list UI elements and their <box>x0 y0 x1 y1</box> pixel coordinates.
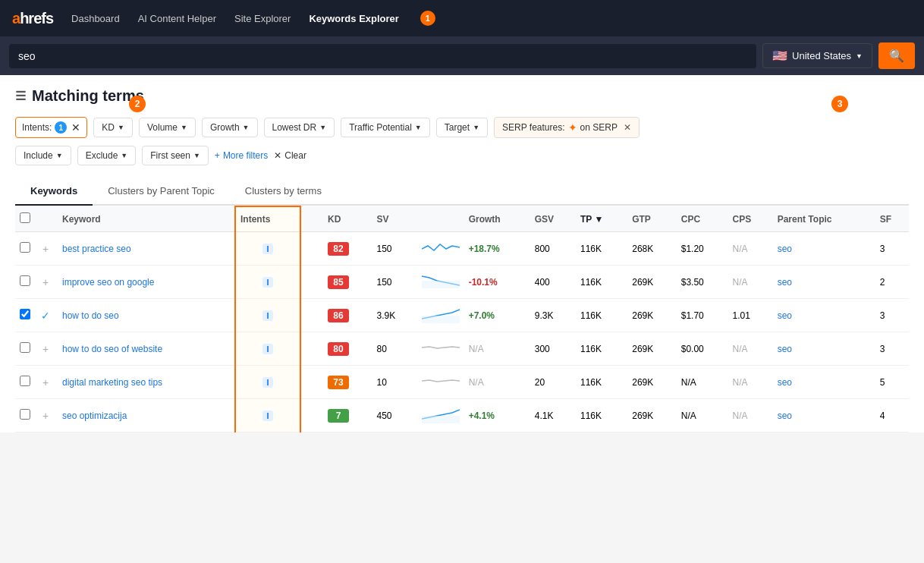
kd-badge: 73 <box>328 376 349 389</box>
add-icon[interactable]: + <box>39 410 52 422</box>
col-cpc: CPC <box>677 206 728 232</box>
col-tp[interactable]: TP ▼ <box>576 206 627 232</box>
col-gsv: GSV <box>530 206 576 232</box>
keyword-link[interactable]: digital marketing seo tips <box>62 377 162 388</box>
add-icon[interactable]: + <box>39 343 52 355</box>
parent-topic-link[interactable]: seo <box>778 244 792 254</box>
intents-clear-icon[interactable]: ✕ <box>71 121 80 134</box>
more-filters-button[interactable]: + More filters <box>215 150 268 161</box>
sv-value: 3.9K <box>372 299 417 332</box>
cps-value: N/A <box>728 232 773 266</box>
parent-topic-link[interactable]: seo <box>778 377 792 388</box>
tp-value: 116K <box>576 399 627 432</box>
parent-topic-link[interactable]: seo <box>778 277 792 288</box>
cpc-value: N/A <box>677 366 728 399</box>
keyword-link[interactable]: how to do seo of website <box>62 344 162 354</box>
row-checkbox[interactable] <box>20 376 30 386</box>
sv-value: 450 <box>372 399 417 432</box>
serp-features-filter-button[interactable]: SERP features: ✦ on SERP ✕ <box>494 117 640 138</box>
growth-value: -10.1% <box>464 266 530 299</box>
keyword-link[interactable]: best practice seo <box>62 244 131 254</box>
nav-keywords-explorer[interactable]: Keywords Explorer <box>309 13 399 24</box>
intents-filter-button[interactable]: Intents: 1 ✕ <box>15 117 87 138</box>
lowest-dr-filter-button[interactable]: Lowest DR ▼ <box>264 118 335 137</box>
sf-value: 3 <box>875 232 909 266</box>
growth-chevron-icon: ▼ <box>243 124 250 131</box>
parent-topic-link[interactable]: seo <box>778 410 792 421</box>
add-icon[interactable]: + <box>39 243 52 255</box>
top-navigation: ahrefs Dashboard AI Content Helper Site … <box>0 0 924 36</box>
check-icon[interactable]: ✓ <box>39 310 52 322</box>
gsv-value: 300 <box>530 332 576 366</box>
kd-badge: 82 <box>328 242 349 256</box>
include-chevron-icon: ▼ <box>56 152 63 159</box>
gtp-value: 268K <box>627 232 677 266</box>
row-checkbox[interactable] <box>20 242 30 253</box>
tab-clusters-by-terms[interactable]: Clusters by terms <box>230 178 337 206</box>
col-gtp: GTP <box>627 206 677 232</box>
keyword-link[interactable]: seo optimizacija <box>62 410 127 421</box>
volume-filter-button[interactable]: Volume ▼ <box>139 118 196 137</box>
select-all-checkbox[interactable] <box>20 212 30 223</box>
country-label: United States <box>792 50 851 61</box>
keyword-link[interactable]: improve seo on google <box>62 277 154 288</box>
nav-ai-content-helper[interactable]: AI Content Helper <box>138 13 216 24</box>
growth-value: N/A <box>464 332 530 366</box>
row-checkbox[interactable] <box>20 309 30 319</box>
search-input[interactable] <box>9 44 756 68</box>
search-button[interactable]: 🔍 <box>878 42 915 69</box>
col-intents: Intents <box>235 206 300 232</box>
traffic-potential-filter-button[interactable]: Traffic Potential ▼ <box>341 118 430 137</box>
intent-badge: I <box>262 410 272 421</box>
tab-keywords[interactable]: Keywords <box>15 178 93 206</box>
main-tabs: Keywords Clusters by Parent Topic Cluste… <box>15 178 909 206</box>
parent-topic-link[interactable]: seo <box>778 344 792 354</box>
kd-filter-button[interactable]: KD ▼ <box>93 118 133 137</box>
tab-clusters-by-parent-topic[interactable]: Clusters by Parent Topic <box>93 178 230 206</box>
kd-badge: 80 <box>328 342 349 356</box>
target-filter-button[interactable]: Target ▼ <box>436 118 488 137</box>
svg-rect-0 <box>422 281 460 288</box>
nav-dashboard[interactable]: Dashboard <box>71 13 120 24</box>
search-bar: 🇺🇸 United States ▼ 🔍 <box>0 36 924 75</box>
first-seen-filter-button[interactable]: First seen ▼ <box>142 146 209 165</box>
gtp-value: 269K <box>627 299 677 332</box>
sv-value: 150 <box>372 232 417 266</box>
tp-value: 116K <box>576 332 627 366</box>
row-checkbox[interactable] <box>20 409 30 420</box>
tp-value: 116K <box>576 366 627 399</box>
keyword-link[interactable]: how to do seo <box>62 310 119 321</box>
svg-rect-1 <box>422 316 460 323</box>
row-checkbox[interactable] <box>20 275 30 286</box>
filters-row-2: Include ▼ Exclude ▼ First seen ▼ + More … <box>15 146 909 165</box>
step-2-badge: 2 <box>129 96 146 112</box>
col-parent-topic: Parent Topic <box>773 206 875 232</box>
clear-filters-button[interactable]: ✕ Clear <box>274 150 306 161</box>
intents-count-badge: 1 <box>55 121 67 134</box>
col-sf: SF <box>875 206 909 232</box>
growth-filter-button[interactable]: Growth ▼ <box>202 118 258 137</box>
filters-row-1: 2 Intents: 1 ✕ KD ▼ Volume ▼ Growth ▼ Lo… <box>15 117 909 138</box>
gsv-value: 4.1K <box>530 399 576 432</box>
add-icon[interactable]: + <box>39 276 52 288</box>
menu-icon[interactable]: ☰ <box>15 89 26 103</box>
serp-clear-icon[interactable]: ✕ <box>624 122 631 133</box>
row-checkbox[interactable] <box>20 342 30 353</box>
gsv-value: 400 <box>530 266 576 299</box>
logo[interactable]: ahrefs <box>12 10 53 27</box>
keywords-table: Keyword Intents KD SV Growth GSV TP ▼ GT… <box>15 206 909 432</box>
include-filter-button[interactable]: Include ▼ <box>15 146 71 165</box>
kd-chevron-icon: ▼ <box>118 124 124 131</box>
country-selector[interactable]: 🇺🇸 United States ▼ <box>762 43 872 68</box>
table-row: + improve seo on google I 85 150 -10.1% … <box>15 266 909 299</box>
intent-badge: I <box>262 310 272 321</box>
gtp-value: 269K <box>627 399 677 432</box>
intents-label: Intents: <box>22 122 52 133</box>
gsv-value: 9.3K <box>530 299 576 332</box>
volume-chevron-icon: ▼ <box>181 124 187 131</box>
step-1-badge: 1 <box>420 11 435 26</box>
exclude-filter-button[interactable]: Exclude ▼ <box>77 146 137 165</box>
parent-topic-link[interactable]: seo <box>778 310 792 321</box>
nav-site-explorer[interactable]: Site Explorer <box>234 13 291 24</box>
add-icon[interactable]: + <box>39 376 52 388</box>
